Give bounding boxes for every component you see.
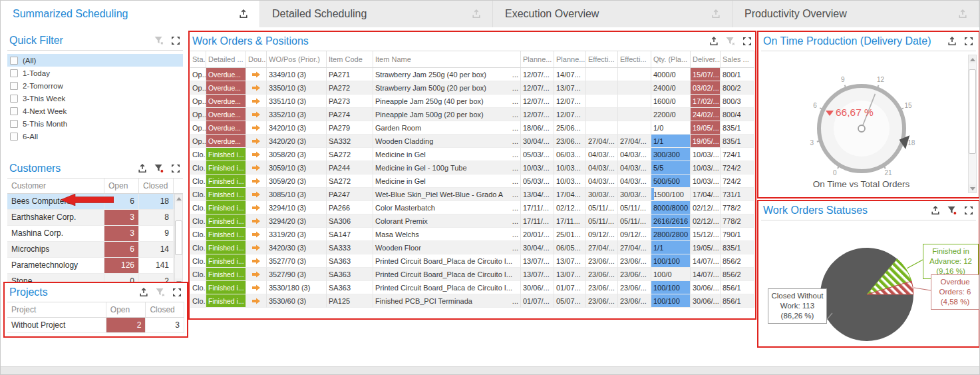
column-header-closed[interactable]: Closed xyxy=(139,179,174,193)
arrow-right-icon[interactable] xyxy=(251,83,261,93)
checkbox[interactable] xyxy=(10,82,18,90)
table-row[interactable]: Parametechnology126141 xyxy=(7,258,183,274)
work-order-row[interactable]: Op...Overdue...3420/20 (3)SA332Wooden Cl… xyxy=(190,135,754,148)
filter-active-icon[interactable] xyxy=(947,205,957,216)
scroll-thumb[interactable] xyxy=(175,220,182,255)
arrow-right-icon[interactable] xyxy=(251,109,261,120)
arrow-right-icon[interactable] xyxy=(251,282,261,293)
export-icon[interactable] xyxy=(930,205,941,216)
column-header[interactable]: Item Name xyxy=(373,51,521,67)
arrow-right-icon[interactable] xyxy=(251,189,261,200)
column-header[interactable]: WO/Pos (Prior.) xyxy=(267,51,327,67)
arrow-right-icon[interactable] xyxy=(251,242,261,253)
quick-filter-item[interactable]: (All) xyxy=(7,54,183,67)
arrow-right-icon[interactable] xyxy=(251,69,261,80)
work-order-row[interactable]: Clo...Finished i...3059/20 (3)SA272Medic… xyxy=(190,175,754,188)
filter-active-icon[interactable] xyxy=(154,163,164,174)
column-header-customer[interactable]: Customer xyxy=(7,179,104,193)
expand-icon[interactable] xyxy=(170,35,181,46)
column-header[interactable]: Qty. (Pla... xyxy=(651,51,691,67)
column-header-open[interactable]: Open xyxy=(106,302,146,317)
work-order-row[interactable]: Op...Overdue...3420/10 (3)PA279Garden Ro… xyxy=(190,121,754,135)
quick-filter-item[interactable]: 1-Today xyxy=(7,67,183,79)
arrow-right-icon[interactable] xyxy=(251,123,261,133)
work-order-row[interactable]: Clo...Finished i...3527/90 (3)SA363Print… xyxy=(190,268,754,281)
column-header[interactable]: Sales ... xyxy=(721,51,754,67)
column-header[interactable]: Planne... xyxy=(521,51,554,67)
arrow-right-icon[interactable] xyxy=(251,136,261,147)
arrow-right-icon[interactable] xyxy=(251,256,261,266)
table-row[interactable]: Earthshaker Corp.38 xyxy=(7,210,183,226)
checkbox[interactable] xyxy=(10,107,18,115)
arrow-right-icon[interactable] xyxy=(251,149,261,160)
scroll-up-button[interactable] xyxy=(969,55,976,63)
export-icon[interactable] xyxy=(711,9,721,19)
column-header-project[interactable]: Project xyxy=(7,302,106,317)
tab-summarized-scheduling[interactable]: Summarized Scheduling xyxy=(1,1,260,27)
export-icon[interactable] xyxy=(137,163,148,174)
work-order-row[interactable]: Clo...Finished i...3059/10 (3)PA244Medic… xyxy=(190,161,754,175)
work-order-row[interactable]: Clo...Finished i...3527/70 (3)SA363Print… xyxy=(190,254,754,268)
column-header[interactable]: Effecti... xyxy=(586,51,618,67)
arrow-right-icon[interactable] xyxy=(251,176,261,187)
quick-filter-item[interactable]: 3-This Week xyxy=(7,92,183,105)
work-order-row[interactable]: Clo...Finished i...3420/30 (3)SA333Woode… xyxy=(190,241,754,254)
work-order-row[interactable]: Clo...Finished i...3530/180 (3)SA363Prin… xyxy=(190,281,754,294)
work-order-row[interactable]: Clo...Finished i...3319/20 (3)SA147Masa … xyxy=(190,228,754,241)
gauge-scrollbar[interactable] xyxy=(968,55,977,193)
work-order-row[interactable]: Op...Overdue...3350/10 (3)PA272Strawberr… xyxy=(190,81,754,95)
tab-detailed-scheduling[interactable]: Detailed Scheduling xyxy=(260,1,493,27)
arrow-right-icon[interactable] xyxy=(251,229,261,240)
export-icon[interactable] xyxy=(138,287,149,298)
work-order-row[interactable]: Clo...Finished i...3058/20 (3)SA272Medic… xyxy=(190,148,754,161)
table-row[interactable]: Without Project23 xyxy=(7,318,184,333)
arrow-right-icon[interactable] xyxy=(251,216,261,226)
tab-productivity-overview[interactable]: Productivity Overview xyxy=(733,1,979,27)
filter-clear-icon[interactable] xyxy=(725,36,736,47)
scroll-thumb[interactable] xyxy=(969,69,976,155)
checkbox[interactable] xyxy=(10,69,18,77)
checkbox[interactable] xyxy=(10,95,18,103)
quick-filter-item[interactable]: 4-Next Week xyxy=(7,105,183,117)
checkbox[interactable] xyxy=(10,133,18,141)
export-icon[interactable] xyxy=(238,9,249,19)
expand-icon[interactable] xyxy=(963,36,974,47)
arrow-right-icon[interactable] xyxy=(251,96,261,107)
work-order-row[interactable]: Clo...Finished i...3530/60 (3)PA125Finis… xyxy=(190,294,754,308)
quick-filter-item[interactable]: 6-All xyxy=(7,130,183,143)
column-header[interactable]: Effecti... xyxy=(618,51,651,67)
arrow-right-icon[interactable] xyxy=(251,269,261,280)
column-header-open[interactable]: Open xyxy=(104,179,139,193)
checkbox[interactable] xyxy=(10,120,18,128)
scroll-up-button[interactable] xyxy=(175,194,182,202)
column-header[interactable]: Item Code xyxy=(327,51,373,67)
column-header-closed[interactable]: Closed xyxy=(146,302,184,317)
arrow-right-icon[interactable] xyxy=(251,163,261,173)
work-order-row[interactable]: Op...Overdue...3352/10 (3)PA274Pineapple… xyxy=(190,108,754,121)
column-header[interactable]: Detailed ... xyxy=(206,51,246,67)
column-header[interactable]: Planne... xyxy=(554,51,586,67)
work-order-row[interactable]: Op...Overdue...3349/10 (3)PA271Strawberr… xyxy=(190,68,754,81)
column-header[interactable]: Deliver... xyxy=(691,51,721,67)
customers-scrollbar[interactable] xyxy=(174,194,183,287)
filter-clear-icon[interactable] xyxy=(154,35,164,46)
export-icon[interactable] xyxy=(957,9,968,19)
table-row[interactable]: Mashina Corp.39 xyxy=(7,226,183,242)
work-order-row[interactable]: Clo...Finished i...3294/10 (3)PA266Color… xyxy=(190,201,754,214)
export-icon[interactable] xyxy=(709,36,719,47)
expand-icon[interactable] xyxy=(172,287,182,298)
quick-filter-item[interactable]: 5-This Month xyxy=(7,117,183,130)
expand-icon[interactable] xyxy=(170,163,181,174)
table-row[interactable]: Microchips614 xyxy=(7,242,183,258)
arrow-right-icon[interactable] xyxy=(251,202,261,213)
export-icon[interactable] xyxy=(471,9,482,19)
column-header[interactable]: Sta... xyxy=(190,51,206,67)
work-order-row[interactable]: Clo...Finished i...3294/20 (3)SA306Color… xyxy=(190,214,754,228)
expand-icon[interactable] xyxy=(963,205,974,216)
work-order-row[interactable]: Op...Overdue...3351/10 (3)PA273Pineapple… xyxy=(190,95,754,108)
checkbox[interactable] xyxy=(10,57,18,65)
work-order-row[interactable]: Clo...Finished i...3085/10 (3)PA247Wet-B… xyxy=(190,188,754,201)
export-icon[interactable] xyxy=(947,36,957,47)
scroll-down-button[interactable] xyxy=(969,185,976,192)
arrow-right-icon[interactable] xyxy=(251,296,261,306)
